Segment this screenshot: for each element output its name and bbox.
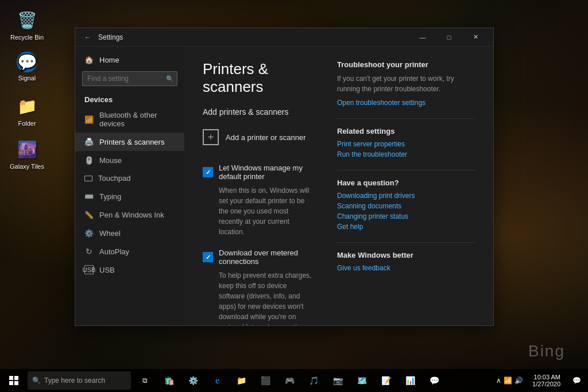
manage-default-description: When this is on, Windows will set your d… [219,185,314,237]
sidebar-item-pen-label: Pen & Windows Ink [99,211,164,219]
run-troubleshooter-link[interactable]: Run the troubleshooter [337,150,475,158]
camera-icon[interactable]: 📷 [326,369,349,392]
downloading-print-drivers-link[interactable]: Downloading print drivers [337,192,475,200]
desktop-icon-folder[interactable]: 📁 Folder [9,95,45,127]
sidebar-item-bluetooth[interactable]: 📶 Bluetooth & other devices [75,106,184,133]
sidebar-item-usb[interactable]: USB USB [75,261,184,279]
have-question-section: Have a question? Downloading print drive… [337,178,475,231]
xbox-icon[interactable]: 🎮 [278,369,301,392]
system-clock[interactable]: 10:03 AM 1/27/2020 [528,374,565,387]
sidebar-item-pen[interactable]: ✏️ Pen & Windows Ink [75,205,184,224]
sidebar-item-printers[interactable]: 🖨️ Printers & scanners [75,133,184,151]
taskbar-search-icon: 🔍 [32,377,41,385]
metered-connections-label: Download over metered connections [219,249,314,266]
recycle-bin-icon: 🗑️ [16,9,38,32]
taskbar-search-box[interactable]: 🔍 Type here to search [28,371,131,390]
printer-icon: 🖨️ [84,137,94,146]
wheel-icon: ⚙️ [84,228,94,238]
system-tray: ∧ 📶 🔊 [492,377,528,385]
start-button[interactable] [0,369,28,392]
sidebar-item-touchpad[interactable]: Touchpad [75,169,184,187]
make-windows-better-title: Make Windows better [337,251,475,259]
usb-icon: USB [84,265,94,274]
sidebar-item-typing[interactable]: ⌨️ Typing [75,187,184,205]
notification-button[interactable]: 💬 [565,369,588,392]
typing-icon: ⌨️ [84,192,94,201]
bing-watermark: Bing [528,342,565,360]
sidebar-category-devices: Devices [75,88,184,106]
tray-icon-1: ∧ [496,377,501,385]
make-windows-better-section: Make Windows better Give us feedback [337,251,475,272]
scanning-documents-link[interactable]: Scanning documents [337,202,475,210]
manage-default-checkbox-row: Let Windows manage my default printer [203,164,314,181]
close-button[interactable]: ✕ [462,28,489,46]
sidebar-search-input[interactable] [82,71,177,86]
galaxy-tiles-icon: 🌆 [16,138,38,161]
sidebar-item-mouse-label: Mouse [99,156,122,165]
desktop-icon-recycle-bin[interactable]: 🗑️ Recycle Bin [9,9,45,41]
troubleshoot-section: Troubleshoot your printer If you can't g… [337,60,475,107]
minimize-button[interactable]: — [409,28,436,46]
sidebar-item-mouse[interactable]: 🖱️ Mouse [75,151,184,169]
home-icon: 🏠 [84,56,94,64]
troubleshoot-title: Troubleshoot your printer [337,60,475,69]
give-feedback-link[interactable]: Give us feedback [337,264,475,272]
home-label: Home [99,56,119,64]
desktop-icon-galaxy[interactable]: 🌆 Galaxy Tiles [9,138,45,170]
manage-default-checkbox[interactable] [203,167,213,177]
discord-icon[interactable]: 💬 [423,369,446,392]
divider-1 [337,118,475,119]
taskview-button[interactable]: ⧉ [133,369,156,392]
mouse-icon: 🖱️ [84,156,94,165]
add-section-title: Add printers & scanners [203,107,314,117]
window-content: 🏠 Home 🔍 Devices 📶 Bluetooth & other dev… [75,46,493,325]
svg-rect-0 [9,376,13,380]
clock-date: 1/27/2020 [532,381,560,387]
changing-printer-status-link[interactable]: Changing printer status [337,212,475,220]
add-printer-button[interactable]: + Add a printer or scanner [203,125,314,150]
store-icon[interactable]: 🛍️ [157,369,180,392]
print-server-properties-link[interactable]: Print server properties [337,140,475,148]
app-icon-1[interactable]: 📊 [399,369,421,392]
page-title: Printers & scanners [203,60,314,96]
taskbar: 🔍 Type here to search ⧉ 🛍️ ⚙️ 𝐞 📁 ⬛ 🎮 🎵 … [0,369,588,392]
folder-icon: 📁 [16,95,38,118]
sidebar-item-usb-label: USB [99,266,115,274]
desktop-icon-signal[interactable]: 💬 Signal [9,52,45,81]
related-settings-section: Related settings Print server properties… [337,127,475,158]
volume-tray-icon[interactable]: 🔊 [514,377,523,385]
sidebar-item-autoplay[interactable]: ↻ AutoPlay [75,242,184,261]
get-help-link[interactable]: Get help [337,223,475,231]
sidebar-item-wheel[interactable]: ⚙️ Wheel [75,224,184,242]
terminal-icon[interactable]: ⬛ [254,369,277,392]
divider-3 [337,242,475,243]
edge-icon[interactable]: 𝐞 [206,369,229,392]
maps-icon[interactable]: 🗺️ [350,369,373,392]
metered-connections-checkbox[interactable] [203,252,213,262]
window-controls: — □ ✕ [409,28,489,46]
metered-connections-section: Download over metered connections To hel… [203,249,314,325]
maximize-button[interactable]: □ [436,28,462,46]
file-explorer-icon[interactable]: 📁 [230,369,253,392]
back-button[interactable]: ← [80,29,96,45]
folder-label: Folder [18,120,36,127]
spotify-icon[interactable]: 🎵 [302,369,325,392]
search-icon: 🔍 [166,75,174,83]
touchpad-icon [84,176,92,181]
main-content: Printers & scanners Add printers & scann… [184,46,493,325]
sidebar-item-home[interactable]: 🏠 Home [75,51,184,69]
title-bar: ← Settings — □ ✕ [75,28,493,46]
pen-icon: ✏️ [84,210,94,219]
sidebar-item-autoplay-label: AutoPlay [99,247,129,256]
sidebar-item-touchpad-label: Touchpad [98,174,130,183]
recycle-bin-label: Recycle Bin [10,34,44,41]
autoplay-icon: ↻ [84,247,94,256]
wifi-tray-icon[interactable]: 📶 [504,377,512,385]
settings-taskbar-icon[interactable]: ⚙️ [181,369,204,392]
word-icon[interactable]: 📝 [374,369,397,392]
taskbar-app-icons: ⧉ 🛍️ ⚙️ 𝐞 📁 ⬛ 🎮 🎵 📷 🗺️ 📝 📊 💬 [133,369,492,392]
sidebar-item-wheel-label: Wheel [99,229,121,238]
related-settings-title: Related settings [337,127,475,135]
svg-rect-3 [14,381,18,385]
open-troubleshooter-link[interactable]: Open troubleshooter settings [337,99,475,107]
